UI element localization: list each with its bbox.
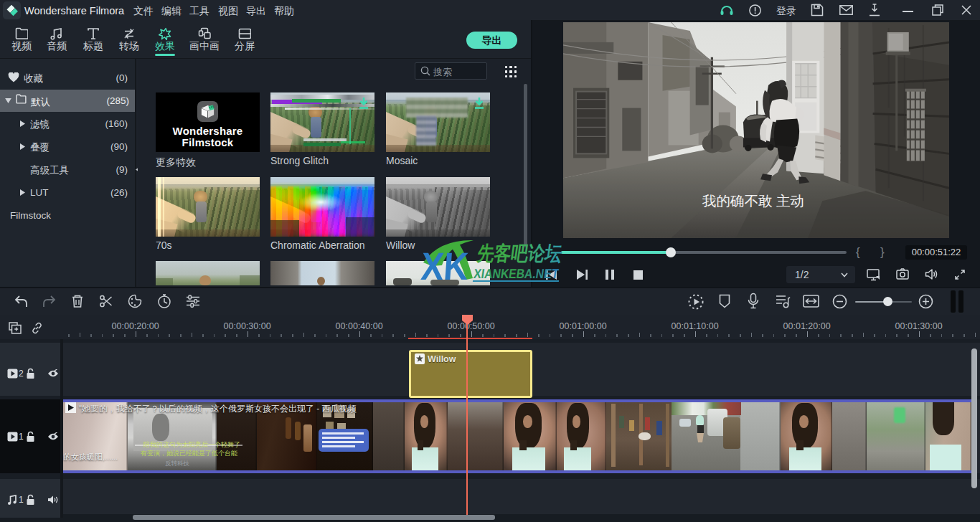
svg-text:先客吧论坛: 先客吧论坛 [475,242,563,265]
svg-text:我的确不敢 主动: 我的确不敢 主动 [702,193,804,209]
svg-text:XIANKEBA.NET: XIANKEBA.NET [473,266,560,281]
svg-text:XK: XK [420,245,470,285]
